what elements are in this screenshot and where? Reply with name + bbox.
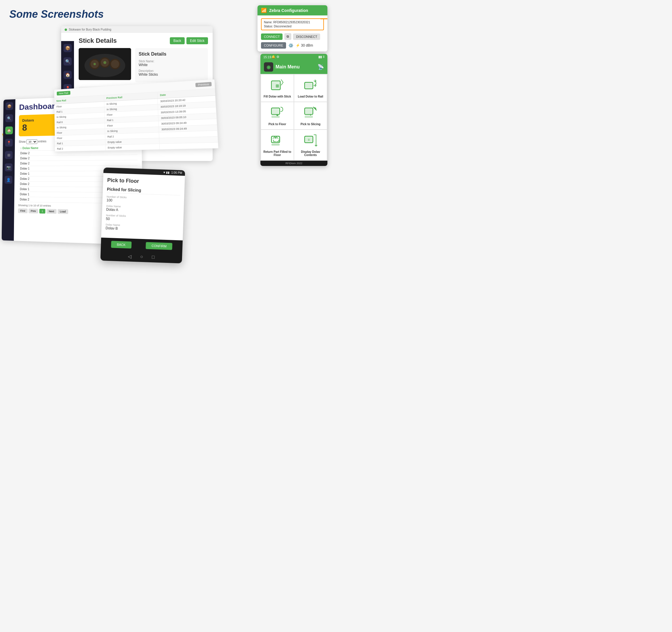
page1-btn[interactable]: 1: [39, 209, 45, 213]
status-dot: [65, 28, 67, 31]
load-dolav-icon: [303, 78, 318, 93]
configure-button[interactable]: CONFIGURE: [261, 42, 286, 49]
pf-section-title: Picked for Slicing: [107, 187, 181, 196]
fill-dolav-icon: ⊞: [270, 78, 285, 93]
dash-icon-camera[interactable]: 📷: [5, 163, 13, 171]
zebra-config-panel: 📶 Zebra Configuration Name: RFD850021293…: [258, 5, 328, 52]
svg-rect-14: [306, 83, 312, 88]
pf-content: Pick to Floor Picked for Slicing Number …: [101, 173, 185, 241]
stick-topbar: Stokware for Bury Black Pudding: [61, 26, 213, 33]
fill-dolav-label: Fill Dolav with Stick: [264, 95, 291, 98]
return-floor-icon: [270, 133, 285, 148]
battery-wifi-icons: ♥ ▮▮: [163, 171, 170, 174]
nav-home-icon: ○: [140, 254, 143, 260]
dash-icon-search[interactable]: 🔍: [5, 114, 13, 122]
display-dolav-label: Display Dolav Contents: [296, 150, 325, 157]
svg-rect-20: [305, 116, 313, 118]
mm-item-load-dolav[interactable]: Load Dolav to Rail: [294, 75, 327, 102]
last-btn[interactable]: Load: [58, 209, 68, 214]
svg-text:⊞: ⊞: [275, 83, 279, 88]
mm-header: ◉ Main Menu 📡: [260, 60, 328, 74]
mm-item-fill-dolav[interactable]: ⊞ Fill Dolav with Stick: [261, 75, 294, 102]
stick-name-label: Stick Name:: [139, 60, 205, 63]
load-dolav-label: Load Dolav to Rail: [298, 95, 323, 98]
pf-field-dolav1: Dolav Name Dolav A: [106, 205, 180, 214]
back-button[interactable]: Back: [170, 37, 185, 44]
next-btn[interactable]: Next: [47, 209, 56, 214]
table-row: Dolav 2: [18, 160, 138, 166]
svg-rect-16: [272, 109, 279, 113]
zebra-buttons-row: CONNECT ⧉ DISCONNECT: [261, 33, 324, 40]
dolav-cell: Dolav 2: [18, 160, 138, 166]
stick-details-title: Stick Details: [139, 52, 205, 57]
mm-item-pick-floor[interactable]: Pick to Floor: [261, 102, 294, 129]
zebra-configure-row: CONFIGURE ⚙️ ⚡ 30 dBm: [261, 42, 324, 49]
disconnect-button[interactable]: DISCONNECT: [293, 33, 320, 40]
zebra-title: Zebra Configuration: [269, 8, 308, 13]
page-title: Some Screenshots: [9, 8, 104, 20]
display-dolav-icon: ≡: [303, 133, 318, 148]
pf-title: Pick to Floor: [107, 177, 181, 186]
zebra-body: Name: RFD8500212935230320321 Status: Dis…: [258, 16, 328, 52]
sidebar-icon-search[interactable]: 🔍: [64, 57, 72, 66]
svg-point-9: [94, 63, 96, 65]
mm-item-pick-slicing[interactable]: Pick to Slicing: [294, 102, 327, 129]
mm-grid: ⊞ Fill Dolav with Stick Load Dolav to Ra…: [260, 74, 328, 161]
connect-button[interactable]: CONNECT: [261, 33, 283, 40]
stick-content-area: Stick Details Stick Name: White Descript…: [79, 48, 208, 82]
pick-slicing-icon: [303, 106, 318, 120]
dash-icon-box: 📦: [5, 102, 13, 110]
pick-floor-icon: [270, 106, 285, 120]
previous-button[interactable]: Previous: [195, 82, 212, 87]
dash-icon-grid[interactable]: ⊞: [5, 151, 13, 159]
movement-panel: New Rail Previous New Rail Previous Rail…: [54, 79, 218, 152]
new-rail-button[interactable]: New Rail: [57, 91, 71, 96]
stick-btn-group: Back Edit Stick: [170, 37, 208, 44]
svg-rect-19: [306, 109, 312, 113]
dash-show-select[interactable]: 10: [26, 140, 37, 144]
sidebar-icon-home[interactable]: 🏠: [64, 71, 72, 79]
nav-back-icon: ◁: [128, 254, 131, 259]
dbm-label: ⚡ 30 dBm: [296, 43, 313, 47]
dash-icon-user[interactable]: 👤: [5, 176, 13, 184]
zebra-info-box: Name: RFD8500212935230320321 Status: Dis…: [261, 18, 324, 30]
pf-confirm-button[interactable]: CONFIRM: [146, 242, 172, 250]
first-btn[interactable]: First: [18, 208, 27, 213]
pf-back-button[interactable]: BACK: [111, 241, 131, 248]
pick-to-floor-panel: ♥ ▮▮ 1:06 PM Pick to Floor Picked for Sl…: [100, 168, 185, 263]
nav-square-icon: □: [152, 254, 155, 260]
stick-image: [79, 48, 131, 80]
stick-desc-field: Description: White Sticks: [139, 69, 205, 77]
sidebar-icon-box: 📦: [64, 44, 72, 52]
pf-field-sticks2: Number of Sticks 50: [106, 214, 179, 224]
zebra-status: Status: Disconnected: [264, 25, 321, 28]
dash-sidebar: 📦 🔍 🏠 📍 ⊞ 📷 👤: [2, 99, 16, 241]
dash-icon-home[interactable]: 🏠: [5, 126, 13, 134]
stick-name-field: Stick Name: White: [139, 60, 205, 67]
svg-rect-17: [271, 116, 280, 118]
gear-icon: ⚙️: [288, 43, 293, 48]
prev-btn[interactable]: Prev: [28, 209, 39, 214]
mm-wifi-icon: 📡: [317, 64, 324, 70]
pf-time: 1:06 PM: [171, 171, 182, 174]
zebra-header: 📶 Zebra Configuration: [258, 5, 328, 16]
svg-point-7: [111, 60, 119, 68]
mm-item-return-floor[interactable]: Return Part Filled to Floor: [261, 130, 294, 160]
pick-slicing-label: Pick to Slicing: [301, 123, 320, 126]
wifi-icon: 📶: [261, 7, 267, 13]
battery-icon: ▮▮ II: [318, 55, 325, 59]
main-menu-panel: 15:19 🔔 ⚙ ▮▮ II ◉ Main Menu 📡 ⊞ Fill Dol…: [260, 54, 328, 166]
copy-icon-button[interactable]: ⧉: [284, 33, 291, 40]
svg-text:≡: ≡: [308, 138, 310, 142]
stick-page-title: Stick Details: [79, 37, 117, 45]
mm-title: Main Menu: [275, 64, 300, 70]
mv-prev: Empty value: [105, 144, 160, 150]
pf-section-slicing: Picked for Slicing Number of Sticks 100 …: [105, 187, 180, 233]
mm-item-display-dolav[interactable]: ≡ Display Dolav Contents: [294, 130, 327, 160]
arrow-indicator: [320, 18, 328, 27]
edit-stick-button[interactable]: Edit Stick: [187, 37, 208, 44]
status-icons: 🔔 ⚙: [271, 55, 279, 59]
food-image: [79, 48, 131, 80]
dash-icon-location[interactable]: 📍: [5, 138, 13, 146]
topbar-text: Stokware for Bury Black Pudding: [69, 28, 111, 31]
